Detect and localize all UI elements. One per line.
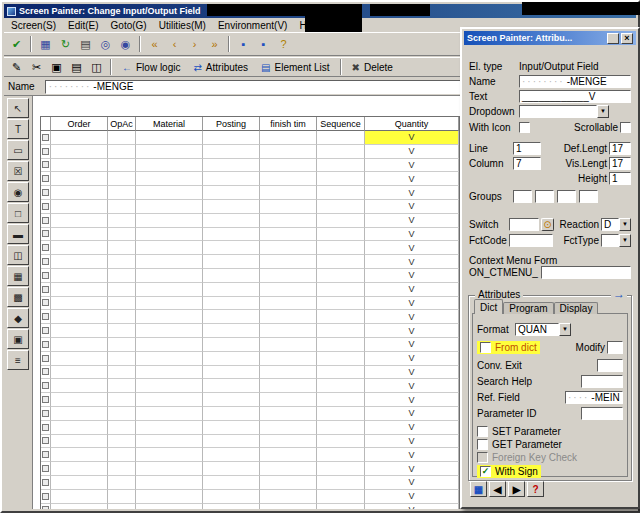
modify-icon[interactable]: ✎ (7, 58, 26, 76)
name-input[interactable]: ········ -MENGE (45, 80, 465, 94)
row-selector[interactable] (41, 448, 51, 462)
tabstrip-tool-icon[interactable]: ◫ (7, 245, 29, 265)
switch-input[interactable] (509, 218, 539, 231)
format-arrow-icon[interactable]: ▼ (559, 323, 571, 336)
group-input-2[interactable] (535, 190, 554, 203)
row-selector[interactable] (41, 421, 51, 435)
dropdown-select[interactable] (519, 105, 597, 118)
column-input[interactable]: 7 (513, 157, 541, 170)
pointer-tool-icon[interactable]: ↖ (7, 98, 29, 118)
row-selector[interactable] (41, 407, 51, 421)
column-header-order[interactable]: Order (51, 117, 108, 131)
fctcode-input[interactable] (509, 234, 553, 247)
subscreen-tool-icon[interactable]: ▣ (7, 329, 29, 349)
pushbutton-tool-icon[interactable]: ▬ (7, 224, 29, 244)
group-input-3[interactable] (557, 190, 576, 203)
menu-utilities[interactable]: Utilities(M) (153, 20, 212, 31)
switch-matchcode-icon[interactable]: ⊙ (541, 218, 554, 231)
dialog-close-button[interactable]: × (621, 33, 633, 44)
quantity-field-cell[interactable]: V (365, 228, 459, 242)
group-input-1[interactable] (513, 190, 532, 203)
row-selector[interactable] (41, 159, 51, 173)
get-parameter-checkbox[interactable] (477, 439, 488, 450)
reaction-select[interactable]: D (601, 218, 619, 231)
layout-icon[interactable]: ◫ (87, 58, 106, 76)
with-sign-checkbox[interactable] (480, 466, 491, 477)
quantity-field-cell[interactable]: V (365, 393, 459, 407)
column-header-posting[interactable]: Posting (203, 117, 260, 131)
column-header-finish_tim[interactable]: finish tim (260, 117, 317, 131)
row-selector[interactable] (41, 338, 51, 352)
context-menu-form-input[interactable] (541, 266, 631, 279)
quantity-field-cell[interactable]: V (365, 338, 459, 352)
row-selector[interactable] (41, 145, 51, 159)
line-tool-icon[interactable]: ≡ (7, 350, 29, 370)
quantity-field-cell[interactable]: V (365, 490, 459, 504)
enter-icon[interactable]: ✔ (7, 35, 26, 53)
quantity-field-cell[interactable]: V (365, 407, 459, 421)
tab-display[interactable]: Display (554, 302, 599, 314)
quantity-field-cell[interactable]: V (365, 255, 459, 269)
dlg-name-input[interactable]: ········ -MENGE (519, 75, 631, 88)
quantity-field-cell[interactable]: V (365, 186, 459, 200)
row-selector[interactable] (41, 255, 51, 269)
cut-icon[interactable]: ✂ (27, 58, 46, 76)
status-icon-tool-icon[interactable]: ◆ (7, 308, 29, 328)
quantity-field-cell[interactable]: V (365, 366, 459, 380)
row-selector[interactable] (41, 283, 51, 297)
quantity-field-cell[interactable]: V (365, 435, 459, 449)
paste-icon[interactable]: ▤ (67, 58, 86, 76)
attributes-button[interactable]: ⇄ Attributes (187, 59, 254, 76)
dialog-pin-button[interactable] (607, 33, 619, 44)
tab-dict[interactable]: Dict (474, 299, 503, 314)
quantity-field-cell[interactable]: V (365, 310, 459, 324)
row-selector[interactable] (41, 504, 51, 509)
last-page-icon[interactable]: » (205, 35, 224, 53)
quantity-field-cell[interactable]: V (365, 269, 459, 283)
row-selector[interactable] (41, 352, 51, 366)
menu-edit[interactable]: Edit(E) (62, 20, 105, 31)
more-tabs-icon[interactable]: → (611, 287, 627, 301)
prev-page-icon[interactable]: ‹ (165, 35, 184, 53)
checkbox-tool-icon[interactable]: ☒ (7, 161, 29, 181)
quantity-field-cell[interactable]: V (365, 214, 459, 228)
column-header-opac[interactable]: OpAc (108, 117, 136, 131)
quantity-field-cell[interactable]: V (365, 462, 459, 476)
scrollable-checkbox[interactable] (620, 122, 631, 133)
shortcut-icon[interactable]: ▪ (254, 35, 273, 53)
quantity-field-cell[interactable]: V (365, 324, 459, 338)
row-selector[interactable] (41, 131, 51, 145)
dropdown-arrow-icon[interactable]: ▼ (597, 105, 609, 118)
menu-screen[interactable]: Screen(S) (5, 20, 62, 31)
set-parameter-checkbox[interactable] (477, 426, 488, 437)
io-field-tool-icon[interactable]: ▭ (7, 140, 29, 160)
first-page-icon[interactable]: « (145, 35, 164, 53)
conv-exit-input[interactable] (597, 359, 623, 372)
reaction-arrow-icon[interactable]: ▼ (619, 218, 631, 231)
copy-icon[interactable]: ▣ (47, 58, 66, 76)
quantity-field-cell[interactable]: V (365, 448, 459, 462)
quantity-field-cell[interactable]: V (365, 159, 459, 173)
row-selector[interactable] (41, 435, 51, 449)
from-dict-checkbox[interactable] (480, 342, 491, 353)
menu-environment[interactable]: Environment(V) (212, 20, 293, 31)
row-selector[interactable] (41, 310, 51, 324)
frame-tool-icon[interactable]: □ (7, 203, 29, 223)
delete-button[interactable]: ✖ Delete (346, 59, 399, 76)
row-selector[interactable] (41, 186, 51, 200)
with-icon-checkbox[interactable] (519, 122, 530, 133)
column-header-material[interactable]: Material (136, 117, 203, 131)
previous-element-button[interactable]: ◀ (489, 481, 506, 497)
dlg-text-input[interactable]: ____________V (519, 90, 631, 103)
quantity-field-cell[interactable]: V (365, 352, 459, 366)
modify-input[interactable] (607, 341, 623, 354)
flow-logic-button[interactable]: ← Flow logic (116, 59, 186, 76)
menu-goto[interactable]: Goto(G) (105, 20, 153, 31)
quantity-field-cell[interactable]: V (365, 504, 459, 509)
row-selector[interactable] (41, 379, 51, 393)
table-control-tool-icon[interactable]: ▦ (7, 266, 29, 286)
row-selector[interactable] (41, 393, 51, 407)
quantity-field-cell[interactable]: V (365, 476, 459, 490)
vis-length-input[interactable]: 17 (609, 157, 631, 170)
save-icon[interactable]: ▦ (36, 35, 55, 53)
